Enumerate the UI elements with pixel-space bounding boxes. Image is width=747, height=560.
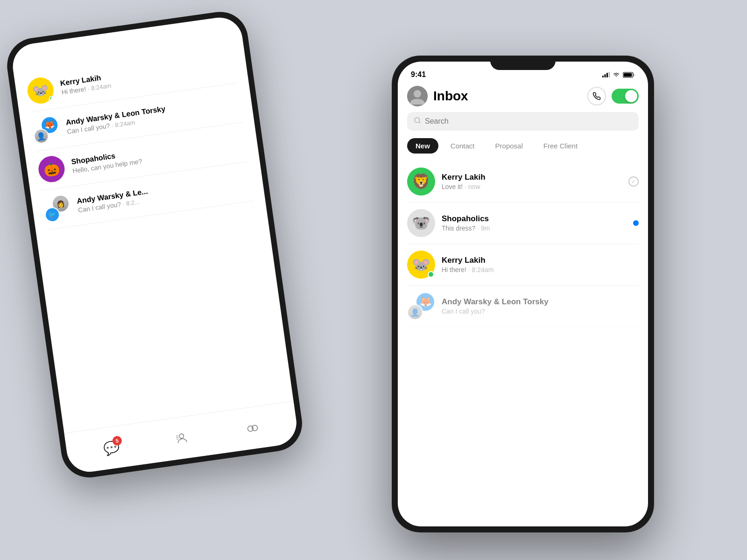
message-preview: Hi there! · 8:24am (442, 266, 632, 273)
svg-point-14 (414, 90, 421, 98)
list-item[interactable]: 🐭 Kerry Lakih Hi there! · 8:24am (407, 244, 639, 286)
inbox-header: Inbox (398, 82, 648, 112)
sender-name: Kerry Lakih (442, 173, 622, 182)
tab-proposal[interactable]: Proposal (487, 138, 531, 154)
avatar: 🐭 (26, 76, 55, 105)
svg-point-0 (179, 434, 184, 439)
message-status: ✓ (628, 176, 639, 187)
list-item[interactable]: 🦁 Kerry Lakih Love it! · now ✓ (407, 161, 639, 203)
avatar: 🦊 👤 (31, 115, 61, 145)
message-status (633, 220, 639, 226)
front-phone-screen: 9:41 (398, 62, 648, 526)
message-preview: Can I call you? (442, 308, 639, 315)
svg-rect-2 (176, 437, 178, 438)
sender-name: Kerry Lakih (442, 256, 632, 265)
phone-notch (490, 56, 556, 70)
conversation-text: Shopaholics This dress? · 9m (442, 214, 627, 232)
back-phone-screen: 🐭 Kerry Lakih Hi there! · 8:24am 🦊 👤 (10, 14, 299, 475)
back-phone: 🐭 Kerry Lakih Hi there! · 8:24am 🦊 👤 (4, 8, 306, 481)
conversation-list: 🦁 Kerry Lakih Love it! · now ✓ 🐨 (398, 161, 648, 327)
svg-point-5 (252, 425, 258, 431)
avatar: 🦊 👤 (407, 292, 435, 320)
avatar-emoji: 🦁 (412, 173, 430, 190)
filter-tabs: New Contact Proposal Free Client (398, 138, 648, 161)
avatar-emoji: 🐨 (412, 214, 430, 232)
sender-name: Shopaholics (442, 214, 627, 224)
availability-toggle[interactable] (612, 89, 639, 104)
page-title: Inbox (433, 89, 582, 104)
wifi-icon (613, 72, 620, 77)
signal-icon (602, 72, 610, 77)
search-input[interactable] (425, 117, 632, 126)
svg-rect-8 (606, 73, 608, 77)
avatar: 🎃 (37, 154, 66, 184)
tab-chat[interactable]: 💬 5 (101, 437, 122, 458)
status-icons (602, 72, 635, 78)
battery-icon (623, 72, 635, 78)
svg-rect-7 (605, 74, 606, 77)
svg-rect-9 (609, 72, 610, 77)
svg-rect-12 (624, 73, 632, 77)
sender-name: Andy Warsky & Leon Torsky (442, 297, 639, 307)
status-time: 9:41 (411, 70, 426, 79)
avatar-emoji: 🐭 (412, 256, 430, 273)
svg-rect-1 (176, 435, 178, 436)
svg-point-15 (415, 118, 420, 123)
svg-rect-6 (602, 76, 604, 77)
tab-contacts[interactable] (171, 427, 192, 448)
message-preview: Love it! · now (442, 183, 622, 190)
front-phone: 9:41 (392, 56, 654, 532)
conversation-text: Kerry Lakih Hi there! · 8:24am (442, 256, 632, 273)
tab-new[interactable]: New (407, 138, 438, 154)
user-avatar[interactable] (407, 86, 428, 106)
avatar: 👩 🐦 (42, 194, 72, 223)
list-item[interactable]: 🐨 Shopaholics This dress? · 9m (407, 203, 639, 244)
back-screen-content: 🐭 Kerry Lakih Hi there! · 8:24am 🦊 👤 (10, 14, 265, 231)
avatar: 🐨 (407, 209, 435, 237)
phone-button[interactable] (587, 87, 606, 105)
online-indicator (428, 271, 434, 278)
conversation-text: Andy Warsky & Leon Torsky Can I call you… (442, 297, 639, 315)
avatar-image (407, 86, 428, 106)
message-preview: This dress? · 9m (442, 224, 627, 232)
read-check-icon: ✓ (628, 176, 639, 187)
unread-dot (633, 220, 639, 226)
list-item[interactable]: 🦊 👤 Andy Warsky & Leon Torsky Can I call… (407, 286, 639, 327)
search-icon (414, 117, 421, 126)
tab-contact[interactable]: Contact (442, 138, 483, 154)
online-indicator (49, 96, 55, 102)
avatar: 🐭 (407, 251, 435, 279)
tab-free-client[interactable]: Free Client (535, 138, 586, 154)
search-bar[interactable] (407, 112, 639, 131)
conversation-text: Kerry Lakih Love it! · now (442, 173, 622, 190)
tab-bar: 💬 5 (64, 401, 299, 475)
svg-rect-3 (176, 439, 179, 440)
avatar: 🦁 (407, 168, 435, 196)
tab-explore[interactable] (241, 418, 262, 439)
svg-rect-11 (634, 74, 634, 76)
